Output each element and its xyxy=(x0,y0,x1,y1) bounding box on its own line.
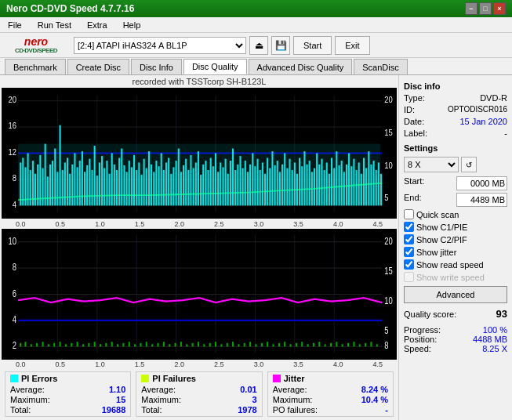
svg-text:20: 20 xyxy=(384,96,393,105)
svg-rect-73 xyxy=(163,170,165,205)
svg-text:8: 8 xyxy=(13,260,17,272)
jitter-avg-label: Average: xyxy=(273,385,307,394)
svg-rect-221 xyxy=(227,343,228,347)
pi-errors-max-val: 15 xyxy=(116,395,125,404)
svg-rect-186 xyxy=(24,342,26,346)
menu-file[interactable]: File xyxy=(3,19,27,31)
pi-errors-max-label: Maximum: xyxy=(10,395,50,404)
svg-rect-32 xyxy=(62,170,64,205)
pi-failures-avg-val: 0.01 xyxy=(240,385,256,394)
svg-text:5: 5 xyxy=(384,324,389,335)
svg-rect-149 xyxy=(350,166,352,205)
pi-errors-total-val: 19688 xyxy=(102,405,126,415)
svg-rect-135 xyxy=(316,154,318,206)
show-c1-checkbox[interactable] xyxy=(404,222,414,232)
svg-rect-205 xyxy=(134,344,136,346)
save-icon-btn[interactable]: 💾 xyxy=(271,36,290,55)
jitter-color xyxy=(273,375,281,382)
svg-rect-114 xyxy=(264,174,266,206)
pi-failures-total-val: 1978 xyxy=(238,405,256,415)
svg-rect-244 xyxy=(359,344,361,346)
tab-disc-info[interactable]: Disc Info xyxy=(131,59,182,74)
svg-rect-44 xyxy=(91,170,93,205)
svg-text:15: 15 xyxy=(384,128,393,137)
svg-rect-23 xyxy=(39,155,41,205)
svg-rect-89 xyxy=(202,165,204,205)
svg-rect-98 xyxy=(225,159,227,206)
show-write-speed-row: Show write speed xyxy=(404,272,507,282)
quick-scan-checkbox[interactable] xyxy=(404,209,414,219)
tab-bar: Benchmark Create Disc Disc Info Disc Qua… xyxy=(0,58,512,75)
show-jitter-label: Show jitter xyxy=(416,248,456,257)
tab-scandisc[interactable]: ScanDisc xyxy=(354,59,407,74)
minimize-button[interactable]: − xyxy=(465,2,478,15)
svg-text:8: 8 xyxy=(13,174,17,183)
show-read-speed-row: Show read speed xyxy=(404,259,507,270)
svg-rect-215 xyxy=(192,343,194,347)
svg-text:5: 5 xyxy=(384,194,389,203)
tab-disc-quality[interactable]: Disc Quality xyxy=(183,59,247,74)
svg-rect-134 xyxy=(314,168,315,206)
end-mb-input[interactable] xyxy=(456,193,507,207)
start-button[interactable]: Start xyxy=(293,36,332,55)
svg-rect-235 xyxy=(307,344,309,346)
svg-rect-228 xyxy=(267,342,268,346)
menu-extra[interactable]: Extra xyxy=(82,19,112,31)
close-button[interactable]: × xyxy=(493,2,506,15)
svg-rect-132 xyxy=(309,161,310,205)
svg-rect-224 xyxy=(244,343,245,347)
svg-rect-68 xyxy=(151,165,152,205)
maximize-button[interactable]: □ xyxy=(479,2,492,15)
window-controls: − □ × xyxy=(465,2,506,15)
exit-button[interactable]: Exit xyxy=(335,36,369,55)
svg-rect-156 xyxy=(368,151,369,205)
show-read-speed-checkbox[interactable] xyxy=(404,259,414,270)
svg-rect-138 xyxy=(324,170,325,205)
svg-rect-118 xyxy=(274,165,276,205)
svg-rect-227 xyxy=(261,343,263,347)
tab-create-disc[interactable]: Create Disc xyxy=(67,59,129,74)
svg-rect-142 xyxy=(333,168,335,206)
pi-errors-label: PI Errors xyxy=(21,374,57,383)
svg-rect-104 xyxy=(239,156,241,205)
svg-rect-48 xyxy=(101,156,103,205)
right-panel: Disc info Type: DVD-R ID: OPTODISCR016 D… xyxy=(398,75,512,420)
svg-rect-154 xyxy=(363,158,365,205)
show-c2-checkbox[interactable] xyxy=(404,234,414,244)
svg-text:6: 6 xyxy=(13,287,17,299)
title-bar: Nero CD-DVD Speed 4.7.7.16 − □ × xyxy=(0,0,512,17)
svg-rect-109 xyxy=(252,154,253,206)
nero-logo-sub: CD·DVD/SPEED xyxy=(15,47,57,54)
svg-rect-245 xyxy=(365,343,366,347)
id-value: OPTODISCR016 xyxy=(448,105,507,114)
svg-rect-95 xyxy=(217,172,219,205)
menu-run-test[interactable]: Run Test xyxy=(33,19,76,31)
svg-text:8: 8 xyxy=(384,339,389,351)
eject-icon-btn[interactable]: ⏏ xyxy=(249,36,268,55)
tab-advanced-disc-quality[interactable]: Advanced Disc Quality xyxy=(249,59,353,74)
quality-score-value: 93 xyxy=(496,308,507,320)
drive-select[interactable]: [2:4] ATAPI iHAS324 A BL1P xyxy=(74,37,246,54)
refresh-icon-btn[interactable]: ↺ xyxy=(461,157,477,172)
start-mb-input[interactable] xyxy=(456,176,507,190)
svg-rect-223 xyxy=(238,344,239,346)
show-write-speed-checkbox[interactable] xyxy=(404,272,414,282)
svg-rect-77 xyxy=(172,167,174,205)
svg-rect-22 xyxy=(37,165,38,205)
svg-rect-111 xyxy=(257,159,259,206)
progress-section: Progress: 100 % Position: 4488 MB Speed:… xyxy=(404,325,507,353)
svg-rect-92 xyxy=(210,158,212,205)
svg-rect-203 xyxy=(122,343,124,347)
svg-rect-57 xyxy=(123,165,125,205)
show-jitter-checkbox[interactable] xyxy=(404,247,414,257)
svg-rect-56 xyxy=(121,149,122,206)
pi-errors-color xyxy=(10,375,18,382)
speed-select[interactable]: 8 X xyxy=(404,157,459,172)
advanced-button[interactable]: Advanced xyxy=(404,286,507,303)
svg-rect-61 xyxy=(133,155,135,205)
tab-benchmark[interactable]: Benchmark xyxy=(5,59,66,74)
menu-help[interactable]: Help xyxy=(118,19,146,31)
svg-rect-144 xyxy=(338,165,340,205)
svg-rect-238 xyxy=(325,344,326,346)
svg-rect-97 xyxy=(222,167,223,205)
